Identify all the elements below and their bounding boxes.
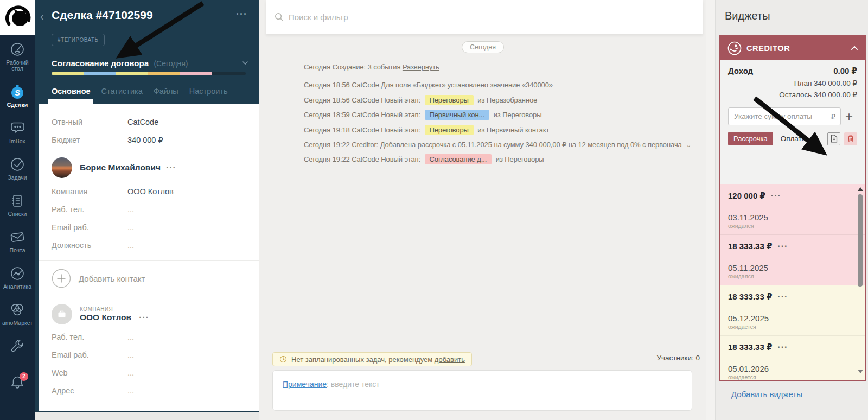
feed-events: Сегодня Создание: 3 события РазвернутьСе… <box>304 60 701 167</box>
add-task-link[interactable]: добавить <box>435 355 465 364</box>
sidebar-item-analytics[interactable]: Аналитика <box>0 265 35 302</box>
payment-menu-dots-icon[interactable]: ··· <box>777 241 788 251</box>
stage-progress-bar[interactable] <box>52 72 246 75</box>
field-label: Email раб. <box>52 351 127 359</box>
wrench-icon <box>9 338 25 354</box>
cat-logo-icon <box>2 2 33 33</box>
delete-button[interactable] <box>844 132 857 145</box>
field-row: Раб. тел.... <box>39 328 259 346</box>
progress-segment <box>52 72 84 75</box>
lists-icon <box>9 193 25 209</box>
company-avatar[interactable] <box>52 304 72 324</box>
tab-payments[interactable]: Оплаты <box>781 135 807 143</box>
company-caption: КОМПАНИЯ <box>80 306 149 312</box>
payment-row[interactable]: 120 000 ₽···03.11.2025ожидался <box>720 184 865 235</box>
sidebar-item-deals[interactable]: SСделки <box>0 84 35 120</box>
field-label: Должность <box>52 241 127 250</box>
company-block[interactable]: КОМПАНИЯ ООО Котлов ··· <box>39 304 259 324</box>
field-row: Отв-ныйCatCode <box>39 113 259 131</box>
sidebar-nav: РабочийстолSСделкиImBoxЗадачиСпискиПочта… <box>0 41 35 411</box>
add-contact-button[interactable]: Добавить контакт <box>39 261 259 296</box>
sidebar-item-label: Рабочийстол <box>6 60 28 72</box>
plan-value: План 340 000.00 ₽ <box>728 79 857 87</box>
scroll-thumb[interactable] <box>858 194 863 287</box>
field-row: КомпанияООО Котлов <box>39 182 259 200</box>
event-text: Сегодня 19:22 CatCode Новый этап: <box>304 155 423 163</box>
sidebar-item-lists[interactable]: Списки <box>0 193 35 229</box>
payment-amount-input[interactable]: Укажите сумму оплаты ₽ <box>728 107 841 125</box>
tab-настроить[interactable]: Настроить <box>189 87 228 99</box>
contact-name[interactable]: Борис Михайлович <box>80 163 161 173</box>
payment-menu-dots-icon[interactable]: ··· <box>771 191 781 200</box>
tab-файлы[interactable]: Файлы <box>154 87 178 99</box>
sidebar-item-market[interactable]: amoМаркет <box>0 302 35 338</box>
note-type-link[interactable]: Примечание <box>283 380 327 389</box>
progress-segment <box>148 72 180 75</box>
payment-row[interactable]: 18 333.33 ₽···05.12.2025ожидается <box>720 285 865 336</box>
tab-installment[interactable]: Рассрочка <box>728 132 773 145</box>
field-label: Раб. тел. <box>52 205 127 214</box>
progress-segment <box>84 72 116 75</box>
deal-menu-dots-icon[interactable]: ··· <box>236 9 247 20</box>
scroll-gutter[interactable] <box>706 0 716 420</box>
payment-menu-dots-icon[interactable]: ··· <box>777 292 788 301</box>
stage-selector[interactable]: Согласование договора (Сегодня) <box>52 59 245 68</box>
progress-segment <box>180 72 212 75</box>
sidebar-item-imbox[interactable]: ImBox <box>0 120 35 156</box>
payment-row[interactable]: 18 333.33 ₽···05.11.2025ожидался <box>720 235 865 285</box>
clock-icon <box>279 355 287 363</box>
widgets-panel: Виджеты CREDITOR Доход 0.00 ₽ План 340 <box>706 0 868 420</box>
tab-основное[interactable]: Основное <box>52 87 91 99</box>
field-value: ... <box>127 241 134 250</box>
event-text: Сегодня 19:22 Creditor: Добавлена рассро… <box>304 141 682 149</box>
payment-row[interactable]: 18 333.33 ₽···05.01.2026ожидается <box>720 336 865 380</box>
payment-status: ожидается <box>728 323 857 330</box>
stage-name: Согласование договора <box>52 59 149 68</box>
field-value[interactable]: ООО Котлов <box>127 187 174 196</box>
field-label: Раб. тел. <box>52 333 127 341</box>
collapse-chevron-up-icon[interactable] <box>851 46 858 50</box>
payment-amount: 18 333.33 ₽ <box>728 241 772 251</box>
scroll-up-icon[interactable] <box>858 187 863 191</box>
event-expand-link[interactable]: Развернуть <box>403 63 439 71</box>
add-payment-button[interactable]: + <box>841 109 857 125</box>
amocrm-logo[interactable] <box>0 0 35 35</box>
creditor-logo-icon <box>727 41 742 56</box>
note-input[interactable]: Примечание: введите текст <box>272 370 692 411</box>
sidebar-item-label: amoМаркет <box>2 320 33 326</box>
field-row: Web... <box>39 364 259 381</box>
company-menu-dots-icon[interactable]: ··· <box>139 313 149 322</box>
field-row: Бюджет340 000 ₽ <box>39 131 259 149</box>
field-label: Адрес <box>52 386 127 395</box>
stage-badge: Переговоры <box>425 95 474 105</box>
sidebar-item-bell[interactable]: 2 <box>0 374 35 411</box>
payment-status: ожидался <box>728 222 857 229</box>
sidebar-item-dashboard[interactable]: Рабочийстол <box>0 41 35 84</box>
back-chevron-icon[interactable]: ‹ <box>40 10 44 23</box>
chevron-down-icon[interactable] <box>242 60 248 66</box>
creditor-widget-header[interactable]: CREDITOR <box>720 36 865 60</box>
feed-event: Сегодня 19:22 Creditor: Добавлена рассро… <box>304 137 701 152</box>
tasks-icon <box>9 156 25 173</box>
sidebar-item-mail[interactable]: Почта <box>0 229 35 265</box>
payment-date: 05.11.2025 <box>728 263 857 272</box>
export-button[interactable] <box>827 132 840 145</box>
contact-menu-dots-icon[interactable]: ··· <box>166 163 176 173</box>
sidebar-item-tasks[interactable]: Задачи <box>0 156 35 193</box>
contact-avatar[interactable] <box>52 157 72 178</box>
payments-scrollbar[interactable] <box>857 187 863 373</box>
sidebar-item-wrench[interactable] <box>0 338 35 374</box>
currency-suffix: ₽ <box>831 112 835 121</box>
tag-button[interactable]: #ТЕГИРОВАТЬ <box>52 34 105 46</box>
event-collapse-icon[interactable]: ⌄ <box>686 138 691 152</box>
contact-block[interactable]: Борис Михайлович ··· <box>39 157 259 178</box>
tab-статистика[interactable]: Статистика <box>101 87 143 99</box>
payment-menu-dots-icon[interactable]: ··· <box>777 342 788 352</box>
search-filter-bar[interactable]: Поиск и фильтр <box>266 0 703 34</box>
timeline-feed: Поиск и фильтр Сегодня Сегодня Создание:… <box>259 0 706 420</box>
payment-amount-line: 18 333.33 ₽··· <box>728 241 857 251</box>
add-widgets-link[interactable]: Добавить виджеты <box>731 390 802 399</box>
income-label: Доход <box>728 66 753 76</box>
company-name[interactable]: ООО Котлов <box>80 313 131 322</box>
scroll-down-icon[interactable] <box>858 370 863 373</box>
